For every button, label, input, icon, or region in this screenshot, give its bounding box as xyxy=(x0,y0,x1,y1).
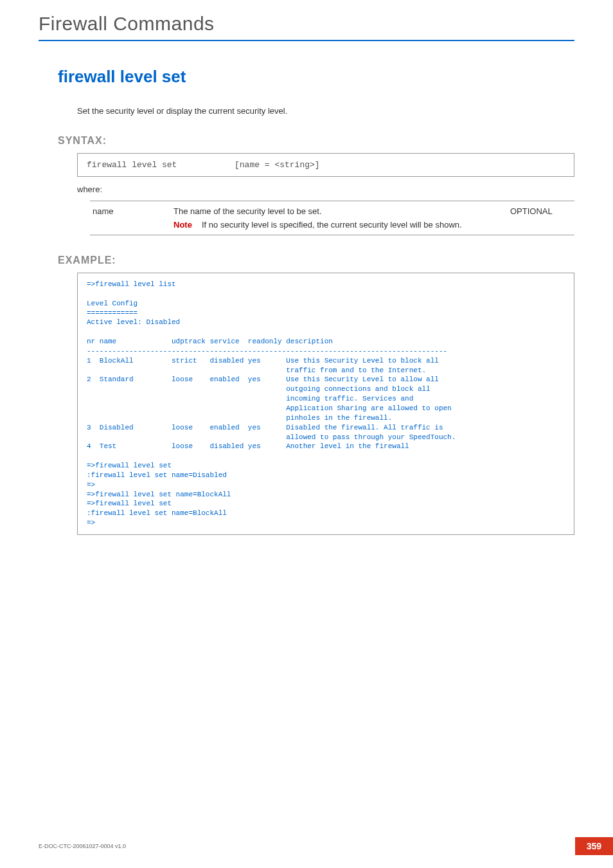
where-label: where: xyxy=(77,185,574,194)
param-desc: The name of the security level to be set… xyxy=(173,206,510,230)
example-label: EXAMPLE: xyxy=(58,255,574,266)
params-table: name The name of the security level to b… xyxy=(90,201,574,235)
param-note: Note If no security level is specified, … xyxy=(173,220,510,230)
command-title: firewall level set xyxy=(58,67,574,87)
param-optional: OPTIONAL xyxy=(510,206,574,230)
syntax-box: firewall level set [name = <string>] xyxy=(77,153,574,177)
syntax-args: [name = <string>] xyxy=(235,160,320,170)
command-description: Set the security level or display the cu… xyxy=(77,106,574,116)
footer: E-DOC-CTC-20061027-0004 v1.0 359 xyxy=(39,837,613,855)
doc-id: E-DOC-CTC-20061027-0004 v1.0 xyxy=(39,843,126,849)
param-name: name xyxy=(90,206,173,230)
chapter-rule xyxy=(39,40,574,41)
note-label: Note xyxy=(173,220,202,230)
table-row: name The name of the security level to b… xyxy=(90,201,574,235)
param-desc-text: The name of the security level to be set… xyxy=(173,206,322,216)
syntax-label: SYNTAX: xyxy=(58,135,574,147)
example-box: =>firewall level list Level Config =====… xyxy=(77,273,574,535)
page-number: 359 xyxy=(575,837,613,855)
syntax-cmd: firewall level set xyxy=(87,160,235,170)
note-text: If no security level is specified, the c… xyxy=(202,220,510,230)
chapter-title: Firewall Commands xyxy=(39,13,574,35)
